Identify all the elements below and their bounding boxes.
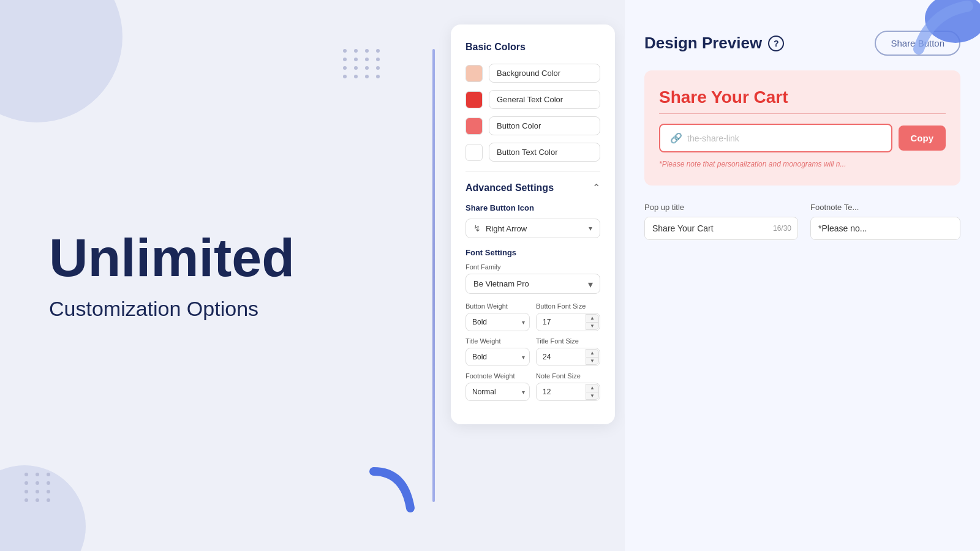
hero-subtitle: Customization Options (49, 297, 441, 321)
preview-title: Design Preview (644, 34, 762, 53)
button-font-size-field: Button Font Size ▲ ▼ (536, 302, 600, 331)
footnote-weight-select[interactable]: Normal Bold Light (466, 383, 530, 401)
basic-colors-title: Basic Colors (466, 42, 600, 53)
button-font-size-down-icon[interactable]: ▼ (586, 322, 599, 331)
vertical-separator (432, 49, 435, 502)
middle-panel: Basic Colors Background Color General Te… (441, 0, 625, 551)
footnote-weight-select-wrapper: Normal Bold Light (466, 383, 530, 401)
title-weight-label: Title Weight (466, 337, 530, 345)
settings-card: Basic Colors Background Color General Te… (451, 24, 615, 424)
title-font-size-field: Title Font Size ▲ ▼ (536, 337, 600, 366)
hero-title: Unlimited (49, 231, 441, 285)
title-font-size-wrapper: ▲ ▼ (536, 348, 600, 366)
button-font-size-label: Button Font Size (536, 302, 600, 310)
background-color-swatch[interactable] (466, 65, 483, 82)
button-weight-select[interactable]: Bold Normal Light (466, 313, 530, 331)
divider (466, 171, 600, 172)
title-font-size-up-icon[interactable]: ▲ (586, 349, 599, 357)
preview-card-title: Share Your Cart (659, 88, 946, 107)
preview-note: *Please note that personalization and mo… (659, 160, 946, 168)
share-link-input[interactable]: 🔗 the-share-link (659, 124, 892, 152)
bottom-form: Pop up title 16/30 Footnote Te... (644, 203, 960, 240)
title-font-size-down-icon[interactable]: ▼ (586, 357, 599, 365)
footnote-weight-label: Footnote Weight (466, 372, 530, 380)
popup-title-field: Pop up title 16/30 (644, 203, 798, 240)
footnote-input[interactable] (811, 217, 960, 239)
font-settings-title: Font Settings (466, 248, 600, 257)
right-panel: Design Preview ? Share Button Share Your… (625, 0, 980, 551)
background-color-button[interactable]: Background Color (489, 64, 600, 83)
footnote-input-row (810, 217, 960, 240)
footnote-field: Footnote Te... (810, 203, 960, 240)
dots-decoration-top (343, 49, 382, 78)
title-font-size-spinners: ▲ ▼ (586, 349, 599, 365)
button-weight-row: Button Weight Bold Normal Light Button F… (466, 302, 600, 331)
button-weight-select-wrapper: Bold Normal Light (466, 313, 530, 331)
title-weight-field: Title Weight Bold Normal Light (466, 337, 530, 366)
button-color-row: Button Color (466, 116, 600, 135)
background-color-row: Background Color (466, 64, 600, 83)
button-text-color-swatch[interactable] (466, 144, 483, 161)
share-link-row: 🔗 the-share-link Copy (659, 124, 946, 152)
note-font-size-spinners: ▲ ▼ (586, 384, 599, 400)
icon-select-chevron-icon: ▾ (589, 224, 592, 233)
note-font-size-field: Note Font Size ▲ ▼ (536, 372, 600, 401)
share-button-icon-title: Share Button Icon (466, 203, 600, 212)
popup-title-input-row: 16/30 (644, 217, 798, 240)
note-font-size-wrapper: ▲ ▼ (536, 383, 600, 401)
general-text-color-row: General Text Color (466, 90, 600, 109)
font-family-select[interactable]: Be Vietnam Pro Arial Roboto Open Sans (466, 274, 600, 294)
note-font-size-label: Note Font Size (536, 372, 600, 380)
general-text-color-swatch[interactable] (466, 91, 483, 108)
footnote-weight-field: Footnote Weight Normal Bold Light (466, 372, 530, 401)
left-section: Unlimited Customization Options (0, 0, 441, 551)
button-font-size-up-icon[interactable]: ▲ (586, 314, 599, 322)
general-text-color-button[interactable]: General Text Color (489, 90, 600, 109)
button-font-size-spinners: ▲ ▼ (586, 314, 599, 330)
font-family-wrapper: Be Vietnam Pro Arial Roboto Open Sans (466, 274, 600, 294)
note-font-size-up-icon[interactable]: ▲ (586, 384, 599, 392)
icon-select-row[interactable]: ↯ Right Arrow ▾ (466, 219, 600, 238)
button-weight-label: Button Weight (466, 302, 530, 310)
curve-decoration-bottom (368, 465, 417, 514)
note-font-size-down-icon[interactable]: ▼ (586, 392, 599, 400)
popup-title-label: Pop up title (644, 203, 798, 212)
title-weight-row: Title Weight Bold Normal Light Title Fon… (466, 337, 600, 366)
button-text-color-row: Button Text Color (466, 143, 600, 162)
deco-top-right (882, 0, 980, 80)
preview-card: Share Your Cart 🔗 the-share-link Copy *P… (644, 70, 960, 186)
dots-decoration-bottom (24, 473, 53, 502)
title-weight-select-wrapper: Bold Normal Light (466, 348, 530, 366)
advanced-settings-chevron-icon: ⌃ (592, 182, 600, 193)
button-color-swatch[interactable] (466, 118, 483, 135)
share-arrow-icon: ↯ (473, 223, 481, 233)
button-color-button[interactable]: Button Color (489, 116, 600, 135)
title-weight-select[interactable]: Bold Normal Light (466, 348, 530, 366)
preview-card-divider (659, 113, 946, 114)
font-family-label: Font Family (466, 263, 600, 271)
button-weight-field: Button Weight Bold Normal Light (466, 302, 530, 331)
link-placeholder-text: the-share-link (687, 133, 739, 143)
button-font-size-wrapper: ▲ ▼ (536, 313, 600, 331)
popup-title-input[interactable] (645, 217, 767, 239)
popup-title-counter: 16/30 (767, 224, 797, 233)
footnote-weight-row: Footnote Weight Normal Bold Light Note F… (466, 372, 600, 401)
help-icon[interactable]: ? (768, 36, 784, 51)
copy-button[interactable]: Copy (899, 126, 946, 151)
advanced-settings-title: Advanced Settings (466, 182, 554, 193)
title-font-size-label: Title Font Size (536, 337, 600, 345)
preview-title-row: Design Preview ? (644, 34, 784, 53)
icon-select-text: Right Arrow (486, 224, 589, 233)
blob-top-left (0, 0, 123, 122)
link-icon: 🔗 (670, 132, 682, 144)
footnote-label: Footnote Te... (810, 203, 960, 212)
advanced-settings-header[interactable]: Advanced Settings ⌃ (466, 182, 600, 193)
button-text-color-button[interactable]: Button Text Color (489, 143, 600, 162)
